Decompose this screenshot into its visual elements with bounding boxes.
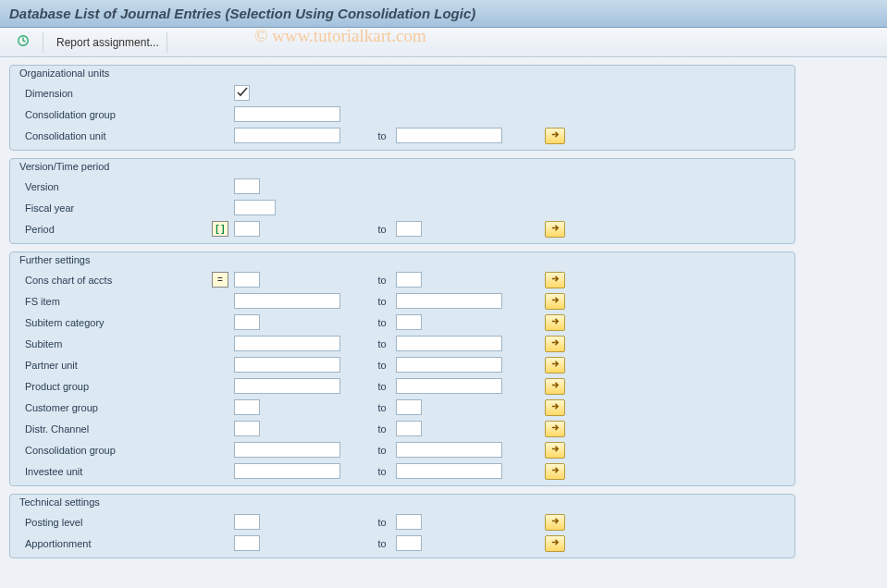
row-subitem-cat: Subitem category to (18, 312, 787, 333)
arrow-right-icon (550, 337, 561, 349)
dimension-checkbox[interactable] (234, 85, 250, 101)
arrow-right-icon (550, 401, 561, 413)
apportionment-multiple-button[interactable] (545, 535, 565, 552)
to-label: to (368, 130, 396, 141)
label-distr-channel: Distr. Channel (18, 423, 212, 435)
posting-level-to-input[interactable] (396, 514, 422, 530)
partner-unit-from-input[interactable] (234, 357, 340, 373)
fs-item-multiple-button[interactable] (545, 293, 565, 310)
execute-button[interactable] (9, 32, 43, 53)
customer-group-from-input[interactable] (234, 399, 260, 415)
to-label: to (368, 423, 396, 435)
cons-unit-multiple-button[interactable] (545, 128, 565, 144)
label-cons-group2: Consolidation group (18, 445, 212, 456)
to-label: to (368, 296, 396, 307)
arrow-right-icon (550, 295, 561, 307)
period-to-input[interactable] (396, 221, 422, 237)
arrow-right-icon (550, 316, 561, 328)
to-label: to (368, 360, 396, 371)
product-group-from-input[interactable] (234, 378, 340, 394)
cons-chart-multiple-button[interactable] (545, 272, 565, 288)
apportionment-from-input[interactable] (234, 535, 260, 551)
fiscal-year-input[interactable] (234, 200, 276, 215)
group-title-version: Version/Time period (18, 159, 787, 175)
arrow-right-icon (550, 223, 561, 235)
to-label: to (368, 275, 396, 286)
version-input[interactable] (234, 178, 260, 194)
customer-group-to-input[interactable] (396, 399, 422, 415)
investee-unit-multiple-button[interactable] (545, 463, 565, 480)
to-label: to (368, 466, 396, 477)
row-cons-group: Consolidation group (18, 104, 787, 125)
cons-unit-to-input[interactable] (396, 128, 502, 143)
label-cons-unit: Consolidation unit (18, 130, 212, 141)
partner-unit-to-input[interactable] (396, 357, 502, 373)
fs-item-to-input[interactable] (396, 293, 502, 309)
cons-group2-to-input[interactable] (396, 442, 502, 458)
to-label: to (368, 338, 396, 349)
cons-chart-to-input[interactable] (396, 272, 422, 288)
customer-group-multiple-button[interactable] (545, 399, 565, 416)
distr-channel-to-input[interactable] (396, 421, 422, 436)
cons-group2-multiple-button[interactable] (545, 442, 565, 459)
product-group-multiple-button[interactable] (545, 378, 565, 395)
arrow-right-icon (550, 423, 561, 435)
group-title-further: Further settings (18, 252, 787, 268)
arrow-right-icon (550, 465, 561, 477)
cons-chart-from-input[interactable] (234, 272, 260, 288)
subitem-to-input[interactable] (396, 336, 502, 351)
subitem-cat-from-input[interactable] (234, 314, 260, 330)
subitem-from-input[interactable] (234, 336, 340, 351)
subitem-cat-to-input[interactable] (396, 314, 422, 330)
equal-indicator-icon[interactable]: = (212, 272, 228, 288)
selection-screen: Organizational units Dimension Consolida… (0, 57, 887, 566)
clock-execute-icon (17, 34, 35, 50)
arrow-right-icon (550, 129, 561, 141)
investee-unit-from-input[interactable] (234, 463, 340, 479)
distr-channel-multiple-button[interactable] (545, 421, 565, 437)
subitem-multiple-button[interactable] (545, 336, 565, 352)
to-label: to (368, 538, 396, 549)
cons-group-input[interactable] (234, 106, 340, 122)
label-product-group: Product group (18, 381, 212, 392)
report-assignment-button[interactable]: Report assignment... (49, 32, 167, 53)
period-from-input[interactable] (234, 221, 260, 237)
to-label: to (368, 517, 396, 528)
label-period: Period (18, 224, 212, 235)
row-distr-channel: Distr. Channel to (18, 418, 787, 439)
investee-unit-to-input[interactable] (396, 463, 502, 479)
distr-channel-from-input[interactable] (234, 421, 260, 436)
arrow-right-icon (550, 380, 561, 392)
row-partner-unit: Partner unit to (18, 354, 787, 375)
range-indicator-icon[interactable]: [ ] (212, 221, 228, 237)
group-version-time: Version/Time period Version Fiscal year … (9, 158, 795, 244)
posting-level-from-input[interactable] (234, 514, 260, 530)
label-fiscal-year: Fiscal year (18, 202, 212, 214)
period-multiple-button[interactable] (545, 221, 565, 238)
label-version: Version (18, 181, 212, 192)
row-investee-unit: Investee unit to (18, 460, 787, 482)
to-label: to (368, 402, 396, 413)
row-apportionment: Apportionment to (18, 533, 787, 554)
label-dimension: Dimension (18, 88, 212, 99)
toolbar: Report assignment... (0, 28, 887, 57)
arrow-right-icon (550, 274, 561, 286)
row-dimension: Dimension (18, 82, 787, 104)
fs-item-from-input[interactable] (234, 293, 340, 309)
to-label: to (368, 224, 396, 235)
posting-level-multiple-button[interactable] (545, 514, 565, 531)
to-label: to (368, 317, 396, 328)
product-group-to-input[interactable] (396, 378, 502, 394)
to-label: to (368, 445, 396, 456)
check-icon (237, 87, 248, 100)
arrow-right-icon (550, 444, 561, 456)
row-posting-level: Posting level to (18, 511, 787, 533)
subitem-cat-multiple-button[interactable] (545, 314, 565, 331)
apportionment-to-input[interactable] (396, 535, 422, 551)
cons-group2-from-input[interactable] (234, 442, 340, 458)
row-cons-chart: Cons chart of accts = to (18, 269, 787, 290)
partner-unit-multiple-button[interactable] (545, 357, 565, 374)
label-fs-item: FS item (18, 296, 212, 307)
label-customer-group: Customer group (18, 402, 212, 413)
cons-unit-from-input[interactable] (234, 128, 340, 143)
